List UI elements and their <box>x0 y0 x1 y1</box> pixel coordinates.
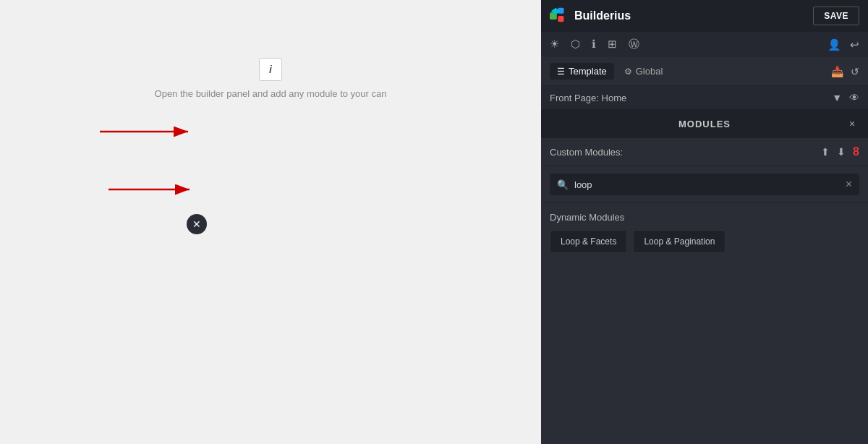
canvas-area: i Open the builder panel and add any mod… <box>0 0 541 444</box>
search-input[interactable] <box>574 179 840 190</box>
search-input-wrapper: 🔍 × <box>550 174 859 195</box>
refresh-icon[interactable]: ↺ <box>851 66 859 77</box>
wp-icon[interactable]: Ⓦ <box>629 38 639 51</box>
tab-global-label: Global <box>636 66 663 77</box>
toolbar-icons-right: 👤 ↩ <box>827 38 859 51</box>
modules-title: MODULES <box>564 119 845 129</box>
tabs-right: 📥 ↺ <box>831 66 859 77</box>
tabs-left: ☰ Template ⚙ Global <box>550 63 670 80</box>
search-icon: 🔍 <box>557 179 569 190</box>
panel-brand: Builderius <box>550 7 631 25</box>
tab-template[interactable]: ☰ Template <box>550 63 614 80</box>
template-tab-icon: ☰ <box>557 67 565 77</box>
module-item-loop-pagination[interactable]: Loop & Pagination <box>633 230 726 253</box>
brand-logo-icon <box>550 7 569 25</box>
global-tab-icon: ⚙ <box>624 67 632 77</box>
canvas-close-button[interactable]: ✕ <box>187 214 207 234</box>
modules-close-button[interactable]: × <box>845 116 859 131</box>
visibility-icon[interactable]: 👁 <box>849 92 859 103</box>
sun-icon[interactable]: ☀ <box>550 38 559 51</box>
search-clear-button[interactable]: × <box>846 178 852 191</box>
hex-icon[interactable]: ⬡ <box>571 38 580 51</box>
dynamic-modules-title: Dynamic Modules <box>550 212 859 223</box>
module-item-loop-facets[interactable]: Loop & Facets <box>550 230 627 253</box>
brand-name: Builderius <box>574 9 631 22</box>
breadcrumb-text: Front Page: Home <box>550 93 626 103</box>
tab-global[interactable]: ⚙ Global <box>617 63 671 80</box>
grid-icon[interactable]: ⊞ <box>608 38 617 51</box>
svg-rect-6 <box>558 16 563 22</box>
panel-breadcrumb: Front Page: Home ▼ 👁 <box>541 86 868 109</box>
modules-header: MODULES × <box>541 109 868 138</box>
right-panel: Builderius SAVE ☀ ⬡ ℹ ⊞ Ⓦ 👤 ↩ ☰ Template… <box>541 0 868 444</box>
custom-modules-label: Custom Modules: <box>550 147 623 158</box>
dynamic-modules-section: Dynamic Modules Loop & Facets Loop & Pag… <box>541 203 868 262</box>
arrow-1-icon <box>100 123 194 140</box>
undo-icon[interactable]: ↩ <box>850 38 859 51</box>
dropdown-icon[interactable]: ▼ <box>832 92 842 103</box>
canvas-info-icon: i <box>259 58 282 81</box>
info-icon[interactable]: ℹ <box>592 38 596 51</box>
upload-module-icon[interactable]: ⬆ <box>821 146 830 158</box>
user-icon[interactable]: 👤 <box>827 38 841 51</box>
breadcrumb-icons: ▼ 👁 <box>832 92 859 103</box>
module-grid: Loop & Facets Loop & Pagination <box>550 230 859 253</box>
custom-modules-bar: Custom Modules: ⬆ ⬇ 8 <box>541 138 868 166</box>
arrow-2-icon <box>109 181 195 198</box>
import-icon[interactable]: 📥 <box>831 66 843 77</box>
tab-template-label: Template <box>569 66 607 77</box>
save-button[interactable]: SAVE <box>813 7 859 25</box>
canvas-hint: Open the builder panel and add any modul… <box>155 88 387 99</box>
download-module-icon[interactable]: ⬇ <box>837 146 846 158</box>
panel-tabs: ☰ Template ⚙ Global 📥 ↺ <box>541 57 868 86</box>
search-bar: 🔍 × <box>541 166 868 203</box>
panel-toolbar: ☀ ⬡ ℹ ⊞ Ⓦ 👤 ↩ <box>541 32 868 57</box>
panel-topbar: Builderius SAVE <box>541 0 868 32</box>
toolbar-icons-left: ☀ ⬡ ℹ ⊞ Ⓦ <box>550 38 639 51</box>
module-count-badge: 8 <box>853 145 859 158</box>
